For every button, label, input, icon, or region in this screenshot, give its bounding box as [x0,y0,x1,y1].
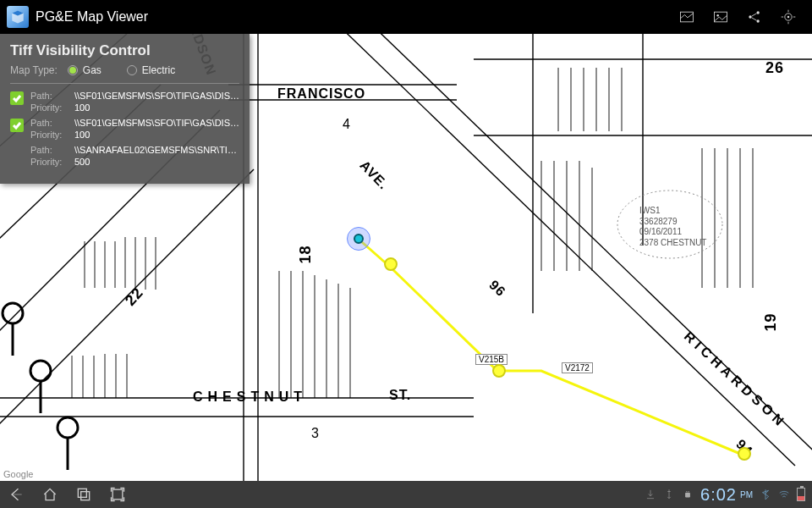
svg-rect-53 [81,492,90,500]
street-st: ST. [389,388,411,403]
picture-icon[interactable] [704,0,738,34]
tiff-checkbox[interactable] [10,91,24,105]
layers-icon[interactable] [670,0,704,34]
svg-point-57 [689,491,689,492]
tiff-checkbox[interactable] [10,119,24,132]
screenshot-button[interactable] [108,485,127,504]
svg-point-2 [716,14,719,16]
back-button[interactable] [7,485,25,504]
priority-value: 500 [74,157,239,167]
svg-point-3 [749,15,751,18]
clock-time: 6:02 [700,485,737,505]
path-value: \\SF01\GEMSFMS\SFO\TIF\GAS\DISTRIBUT D14… [74,118,239,128]
panel-title: Tiff Visibility Control [10,42,239,59]
tiff-entry: Path: \\SF01\GEMSFMS\SFO\TIF\GAS\DISTRIB… [10,118,239,140]
svg-rect-54 [112,489,123,500]
bubble-line3: 09/16/2011 [639,227,706,238]
path-label: Path: [30,145,69,155]
home-button[interactable] [41,485,59,504]
lot-26: 26 [765,59,784,77]
radio-electric[interactable] [127,65,137,75]
lot-18: 18 [297,245,315,263]
maptype-label: Map Type: [10,64,58,76]
tiff-checkbox-empty[interactable] [10,146,24,159]
lot-19: 19 [762,312,780,331]
battery-icon [797,488,805,501]
priority-label: Priority: [30,130,69,140]
path-label: Path: [30,91,69,101]
svg-point-7 [787,16,790,19]
valve-v2172: V2172 [562,362,593,373]
lot-3: 3 [311,426,320,441]
priority-label: Priority: [30,102,69,113]
priority-value: 100 [74,130,239,140]
bubble-line2: 33628279 [639,217,706,228]
gas-node-2 [492,364,506,378]
clock-ampm: PM [740,490,753,500]
download-icon [645,489,656,500]
status-area: 6:02 PM [645,485,805,505]
usb-icon [663,489,675,500]
svg-point-4 [757,11,760,14]
svg-point-48 [30,361,51,381]
bubble-line4: 2378 CHESTNUT [639,238,706,249]
bubble-line1: IWS1 [639,206,706,217]
map-attribution: Google [0,467,36,481]
path-value: \\SANRAFAEL02\GEMSFMS\SNR\TIF\GAS\WALL\3 [74,145,239,155]
valve-v215b: V215B [475,354,508,365]
tiff-visibility-panel: Tiff Visibility Control Map Type: Gas El… [0,34,250,184]
svg-rect-52 [78,489,86,497]
recent-apps-button[interactable] [74,485,93,504]
street-francisco: FRANCISCO [277,86,365,102]
system-navbar: 6:02 PM [0,481,812,508]
current-location-marker [347,227,370,251]
app-title: PG&E Map Viewer [36,9,148,25]
svg-point-46 [3,303,23,323]
svg-point-5 [757,19,760,22]
maptype-row: Map Type: Gas Electric [10,64,239,76]
svg-point-56 [686,491,687,492]
path-value: \\SF01\GEMSFMS\SFO\TIF\GAS\DISTRIBUT D13… [74,91,239,101]
info-bubble: IWS1 33628279 09/16/2011 2378 CHESTNUT [639,206,706,248]
gas-node-3 [738,447,751,461]
radio-gas[interactable] [68,65,78,75]
tiff-entry: Path: \\SF01\GEMSFMS\SFO\TIF\GAS\DISTRIB… [10,91,239,113]
lot-4: 4 [343,117,351,132]
locate-icon[interactable] [771,0,805,34]
radio-gas-label: Gas [83,64,102,76]
bluetooth-icon [760,489,771,500]
path-label: Path: [30,118,69,128]
wifi-icon [778,489,790,500]
svg-rect-55 [685,493,690,498]
radio-electric-label: Electric [142,64,175,76]
svg-point-50 [58,417,78,438]
share-icon[interactable] [738,0,771,34]
priority-value: 100 [74,102,239,113]
app-icon [7,6,29,28]
street-chestnut: CHESTNUT [193,389,307,405]
android-icon [682,489,694,500]
tiff-entry: Path: \\SANRAFAEL02\GEMSFMS\SNR\TIF\GAS\… [10,145,239,167]
priority-label: Priority: [30,157,69,167]
app-topbar: PG&E Map Viewer [0,0,812,34]
gas-node-1 [384,257,398,271]
